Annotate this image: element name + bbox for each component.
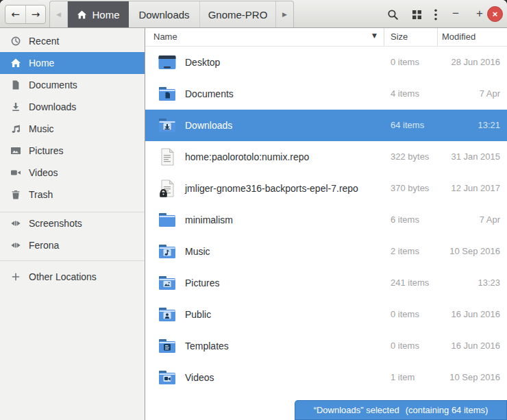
sidebar-item-downloads[interactable]: Downloads <box>0 96 145 118</box>
sidebar-item-label: Other Locations <box>29 271 97 282</box>
column-header-size[interactable]: Size <box>391 32 408 42</box>
close-button[interactable]: × <box>487 6 503 22</box>
sidebar-item-music[interactable]: Music <box>0 118 145 140</box>
list-header: Name ▼ Size Modified <box>145 28 507 47</box>
tab-label: Home <box>92 9 119 21</box>
sidebar-item-label: Pictures <box>29 145 64 156</box>
tab-scroll-right-button[interactable]: ▶ <box>275 1 293 27</box>
sidebar-separator <box>0 260 145 261</box>
file-size: 322 bytes <box>391 141 429 173</box>
file-row-numix-repo[interactable]: home:paolorotolo:numix.repo 322 bytes 31… <box>145 141 507 173</box>
maximize-button[interactable]: + <box>472 6 487 21</box>
column-header-modified[interactable]: Modified <box>442 32 475 42</box>
menu-button[interactable] <box>427 5 445 23</box>
file-modified: 31 Jan 2015 <box>451 141 500 173</box>
tab-home[interactable]: Home <box>68 1 129 27</box>
column-header-name[interactable]: Name <box>153 32 177 42</box>
file-row-music[interactable]: Music 2 items 10 Sep 2016 <box>145 236 507 267</box>
file-row-videos[interactable]: Videos 1 item 10 Sep 2016 <box>145 362 507 393</box>
folder-music-icon <box>156 240 178 262</box>
file-size: 6 items <box>391 204 419 236</box>
sidebar-item-label: Home <box>29 58 54 69</box>
file-name: Templates <box>185 330 229 362</box>
file-row-backports-repo[interactable]: jmliger-gnome316-backports-epel-7.repo 3… <box>145 173 507 204</box>
column-divider <box>437 28 438 46</box>
file-modified: 12 Jun 2017 <box>451 173 500 204</box>
sidebar-item-label: Ferona <box>29 240 59 251</box>
plus-icon <box>10 271 21 282</box>
file-size: 2 items <box>391 236 419 267</box>
search-button[interactable] <box>384 5 401 23</box>
file-manager-window: ← → ◀ Home Downloads Gnome-PRO ▶ <box>0 0 507 420</box>
maximize-icon: + <box>476 7 483 21</box>
sidebar-item-recent[interactable]: Recent <box>0 30 145 52</box>
sidebar-item-label: Downloads <box>29 101 76 112</box>
clock-icon <box>10 36 21 47</box>
sidebar-item-screenshots[interactable]: Screenshots <box>0 212 145 234</box>
status-bar: “Downloads” selected (containing 64 item… <box>295 400 507 420</box>
sidebar-item-label: Music <box>29 123 54 134</box>
file-size: 4 items <box>391 78 419 110</box>
sidebar-item-label: Trash <box>29 189 53 200</box>
sort-descending-icon[interactable]: ▼ <box>372 32 377 39</box>
tab-scroll-left-button[interactable]: ◀ <box>50 1 68 27</box>
grid-view-button[interactable] <box>408 5 425 23</box>
file-row-pictures[interactable]: Pictures 241 items 13:23 <box>145 267 507 299</box>
titlebar: ← → ◀ Home Downloads Gnome-PRO ▶ <box>0 0 507 28</box>
tab-bar: ◀ Home Downloads Gnome-PRO ▶ <box>49 1 294 27</box>
file-size: 0 items <box>391 299 419 330</box>
file-name: Videos <box>185 362 214 393</box>
file-name: Documents <box>185 78 234 110</box>
sidebar-item-documents[interactable]: Documents <box>0 74 145 96</box>
file-size: 0 items <box>391 47 419 78</box>
forward-button[interactable]: → <box>25 5 45 23</box>
sidebar-item-videos[interactable]: Videos <box>0 162 145 184</box>
file-row-desktop[interactable]: Desktop 0 items 28 Jun 2016 <box>145 47 507 78</box>
history-nav: ← → <box>5 5 46 24</box>
forward-icon: → <box>32 8 40 21</box>
file-row-documents[interactable]: Documents 4 items 7 Apr <box>145 78 507 110</box>
minimize-button[interactable]: − <box>448 6 463 21</box>
file-row-templates[interactable]: Templates 0 items 16 Jun 2016 <box>145 330 507 362</box>
folder-downloads-icon <box>156 114 178 136</box>
file-name: Downloads <box>185 110 232 141</box>
file-row-public[interactable]: Public 0 items 16 Jun 2016 <box>145 299 507 330</box>
file-modified: 7 Apr <box>480 204 500 236</box>
folder-templates-icon <box>156 335 178 357</box>
file-rows: Desktop 0 items 28 Jun 2016 Documents 4 … <box>145 47 507 393</box>
file-modified: 28 Jun 2016 <box>451 47 500 78</box>
sidebar-item-label: Recent <box>29 36 59 47</box>
home-icon <box>10 58 21 69</box>
trash-icon <box>10 189 21 200</box>
sidebar-item-home[interactable]: Home <box>0 52 145 74</box>
folder-pictures-icon <box>156 272 178 294</box>
document-icon <box>10 79 21 90</box>
file-modified: 7 Apr <box>480 78 500 110</box>
sidebar-item-ferona[interactable]: Ferona <box>0 234 145 256</box>
folder-documents-icon <box>156 83 178 105</box>
tab-label: Gnome-PRO <box>208 9 268 21</box>
folder-public-icon <box>156 304 178 325</box>
file-row-downloads[interactable]: Downloads 64 items 13:21 <box>145 110 507 141</box>
tab-gnome-pro[interactable]: Gnome-PRO <box>200 1 275 27</box>
file-size: 1 item <box>391 362 415 393</box>
file-row-minimalism[interactable]: minimalism 6 items 7 Apr <box>145 204 507 236</box>
sidebar-item-label: Documents <box>29 79 77 90</box>
sidebar-item-other-locations[interactable]: Other Locations <box>0 266 145 288</box>
sidebar-item-pictures[interactable]: Pictures <box>0 140 145 162</box>
home-icon <box>77 10 87 20</box>
drive-icon <box>10 218 21 229</box>
file-name: Music <box>185 236 210 267</box>
desktop-icon <box>156 51 178 73</box>
column-divider <box>384 28 384 46</box>
sidebar-item-trash[interactable]: Trash <box>0 184 145 206</box>
tab-downloads[interactable]: Downloads <box>129 1 200 27</box>
close-icon: × <box>493 9 498 19</box>
file-name: home:paolorotolo:numix.repo <box>185 141 309 173</box>
folder-videos-icon <box>156 367 178 388</box>
back-button[interactable]: ← <box>5 5 25 23</box>
music-icon <box>10 123 21 134</box>
minimize-icon: − <box>452 7 459 21</box>
file-modified: 16 Jun 2016 <box>451 330 500 362</box>
chevron-left-icon: ◀ <box>56 11 61 18</box>
